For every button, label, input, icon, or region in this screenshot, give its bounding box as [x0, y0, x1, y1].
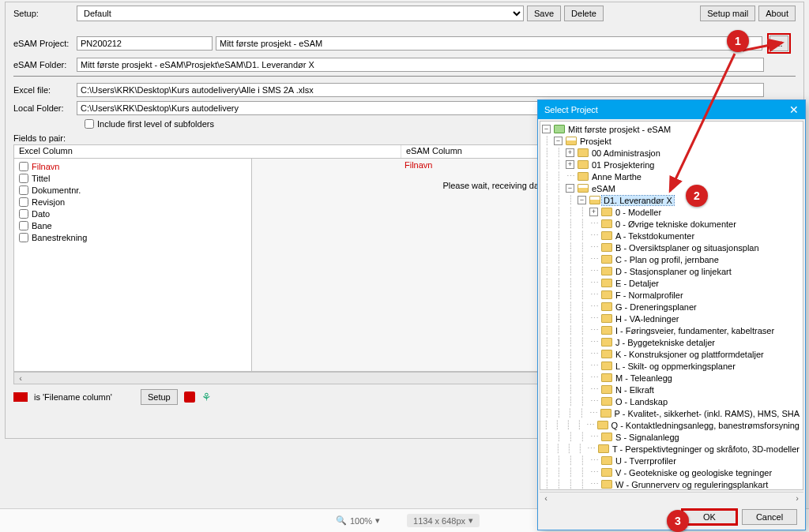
save-button[interactable]: Save — [527, 6, 561, 21]
setup-mail-button[interactable]: Setup mail — [700, 6, 755, 21]
dialog-horizontal-scrollbar[interactable]: ‹ › — [540, 492, 803, 504]
tree-node-esam[interactable]: ┊┊−eSAM — [542, 182, 801, 194]
dialog-titlebar[interactable]: Select Project ✕ — [538, 100, 805, 119]
tree-label: 01 Prosjektering — [590, 160, 657, 170]
folder-icon — [601, 456, 612, 465]
collapse-icon[interactable]: − — [566, 184, 574, 193]
tree-node-child-15[interactable]: ┊┊┊┊⋯N - Elkraft — [542, 384, 801, 395]
tree-node-child-13[interactable]: ┊┊┊┊⋯L - Skilt- og oppmerkingsplaner — [542, 360, 801, 372]
list-item[interactable]: Tittel — [19, 172, 246, 184]
expand-icon[interactable]: + — [566, 160, 574, 169]
tree-node-selected[interactable]: ┊┊┊−D1. Leverandør X — [542, 194, 801, 206]
tree-node-prosjekt[interactable]: ┊−Prosjekt — [542, 135, 801, 147]
tree-label: T - Perspektivtegninger og skråfoto, 3D-… — [611, 444, 801, 454]
list-item[interactable]: Dokumentnr. — [19, 184, 246, 196]
tree-node-child-6[interactable]: ┊┊┊┊⋯E - Detaljer — [542, 277, 801, 289]
list-item[interactable]: Bane — [19, 219, 246, 231]
tree-node-child-7[interactable]: ┊┊┊┊⋯F - Normalprofiler — [542, 289, 801, 301]
tree-node-child-11[interactable]: ┊┊┊┊⋯J - Byggetekniske detaljer — [542, 336, 801, 348]
collapse-icon[interactable]: − — [554, 137, 563, 145]
tree-label: K - Konstruksjoner og plattformdetaljer — [614, 350, 766, 359]
collapse-icon[interactable]: − — [542, 125, 551, 133]
folder-icon — [601, 279, 612, 287]
folder-icon — [578, 148, 589, 157]
list-item[interactable]: Dato — [19, 208, 246, 219]
esam-folder-row: eSAM Folder: — [13, 58, 796, 72]
project-id-field[interactable] — [77, 36, 213, 51]
tree-node-child-3[interactable]: ┊┊┊┊⋯B - Oversiktsplaner og situasjonspl… — [542, 242, 801, 253]
tree-node-child-19[interactable]: ┊┊┊┊⋯S - Signalanlegg — [542, 431, 801, 443]
tree-label: S - Signalanlegg — [614, 433, 681, 442]
scroll-right-icon[interactable]: › — [791, 493, 803, 504]
row-checkbox[interactable] — [19, 233, 28, 242]
row-checkbox[interactable] — [19, 185, 28, 195]
list-item[interactable]: Filnavn — [19, 160, 246, 172]
tree-label: J - Byggetekniske detaljer — [614, 338, 717, 347]
tree-node-child-23[interactable]: ┊┊┊┊⋯W - Grunnerverv og reguleringsplank… — [542, 478, 801, 490]
tree-node-child-4[interactable]: ┊┊┊┊⋯C - Plan og profil, jernbane — [542, 253, 801, 265]
tree-label: D - Stasjonsplaner og linjekart — [614, 267, 733, 276]
tree-node-child-20[interactable]: ┊┊┊┊⋯T - Perspektivtegninger og skråfoto… — [542, 443, 801, 455]
tree-node-child-17[interactable]: ┊┊┊┊⋯P - Kvalitet-, sikkerhet- (inkl. RA… — [542, 407, 801, 419]
ok-button[interactable]: OK — [682, 509, 737, 525]
row-checkbox[interactable] — [19, 209, 28, 219]
browse-project-button[interactable]: ... — [769, 36, 788, 51]
tree-node-child-1[interactable]: ┊┊┊┊⋯0 - Øvrige tekniske dokumenter — [542, 218, 801, 230]
tree-node-admin[interactable]: ┊┊+00 Administrasjon — [542, 147, 801, 159]
tree-node-child-8[interactable]: ┊┊┊┊⋯G - Dreneringsplaner — [542, 301, 801, 313]
row-checkbox[interactable] — [19, 197, 28, 207]
tree-node-prosjektering[interactable]: ┊┊+01 Prosjektering — [542, 159, 801, 170]
excel-file-field[interactable] — [77, 83, 764, 97]
tree-label: B - Oversiktsplaner og situasjonsplan — [614, 243, 761, 253]
row-checkbox[interactable] — [19, 221, 28, 230]
tree-node-child-9[interactable]: ┊┊┊┊⋯H - VA-ledninger — [542, 313, 801, 324]
scroll-left-icon[interactable]: ‹ — [540, 493, 552, 504]
excel-column-header[interactable]: Excel Column — [14, 145, 401, 158]
tree-node-child-0[interactable]: ┊┊┊┊+0 - Modeller — [542, 206, 801, 218]
list-item[interactable]: Banestrekning — [19, 231, 246, 243]
row-checkbox[interactable] — [19, 162, 28, 171]
legend-label: is 'Filename column' — [34, 392, 112, 402]
tree-node-root[interactable]: −Mitt første prosjekt - eSAM — [542, 123, 801, 135]
cancel-button[interactable]: Cancel — [742, 509, 797, 525]
expand-icon[interactable]: + — [566, 148, 574, 157]
delete-button[interactable]: Delete — [564, 6, 604, 21]
tree-node-child-22[interactable]: ┊┊┊┊⋯V - Geotekniske og geologiske tegni… — [542, 466, 801, 478]
project-tree[interactable]: −Mitt første prosjekt - eSAM┊−Prosjekt┊┊… — [540, 121, 803, 490]
folder-icon — [601, 255, 612, 264]
bug-icon[interactable]: ⚘ — [201, 391, 212, 403]
project-name-field[interactable] — [216, 36, 762, 51]
tree-node-child-2[interactable]: ┊┊┊┊⋯A - Tekstdokumenter — [542, 230, 801, 242]
esam-folder-field[interactable] — [77, 58, 764, 72]
setup-select[interactable]: Default — [77, 6, 524, 21]
setup-button[interactable]: Setup — [141, 389, 178, 405]
tree-node-child-14[interactable]: ┊┊┊┊⋯M - Teleanlegg — [542, 372, 801, 384]
pdf-icon[interactable] — [184, 392, 195, 403]
esam-project-row: eSAM Project: ... — [13, 33, 796, 54]
scroll-left-icon[interactable]: ‹ — [14, 373, 27, 384]
tree-node-child-18[interactable]: ┊┊┊┊⋯Q - Kontaktledningsanlegg, banestrø… — [542, 419, 801, 431]
tree-label: eSAM — [590, 184, 617, 193]
folder-icon — [601, 433, 612, 441]
tree-node-child-5[interactable]: ┊┊┊┊⋯D - Stasjonsplaner og linjekart — [542, 265, 801, 277]
tree-node-child-10[interactable]: ┊┊┊┊⋯I - Føringsveier, fundamenter, kabe… — [542, 324, 801, 336]
tree-node-anne[interactable]: ┊┊⋯Anne Marthe — [542, 170, 801, 182]
tree-node-child-12[interactable]: ┊┊┊┊⋯K - Konstruksjoner og plattformdeta… — [542, 348, 801, 360]
callout-2: 2 — [686, 185, 708, 207]
folder-icon — [601, 397, 612, 406]
tree-label: M - Teleanlegg — [614, 373, 674, 383]
about-button[interactable]: About — [758, 6, 796, 21]
row-checkbox[interactable] — [19, 174, 28, 183]
expand-icon[interactable]: + — [589, 208, 598, 216]
dimensions-control[interactable]: 1134 x 648px ▾ — [407, 514, 480, 527]
include-subfolders-checkbox[interactable] — [85, 119, 94, 129]
tree-label: 0 - Modeller — [614, 208, 663, 217]
tree-label: F - Normalprofiler — [614, 290, 685, 300]
collapse-icon[interactable]: − — [578, 196, 586, 204]
list-item[interactable]: Revisjon — [19, 196, 246, 208]
browse-highlight-1: ... — [767, 33, 791, 54]
tree-node-child-21[interactable]: ┊┊┊┊⋯U - Tverrprofiler — [542, 455, 801, 466]
zoom-control[interactable]: 🔍 100% ▾ — [329, 514, 386, 527]
close-icon[interactable]: ✕ — [789, 103, 799, 116]
tree-node-child-16[interactable]: ┊┊┊┊⋯O - Landskap — [542, 395, 801, 407]
